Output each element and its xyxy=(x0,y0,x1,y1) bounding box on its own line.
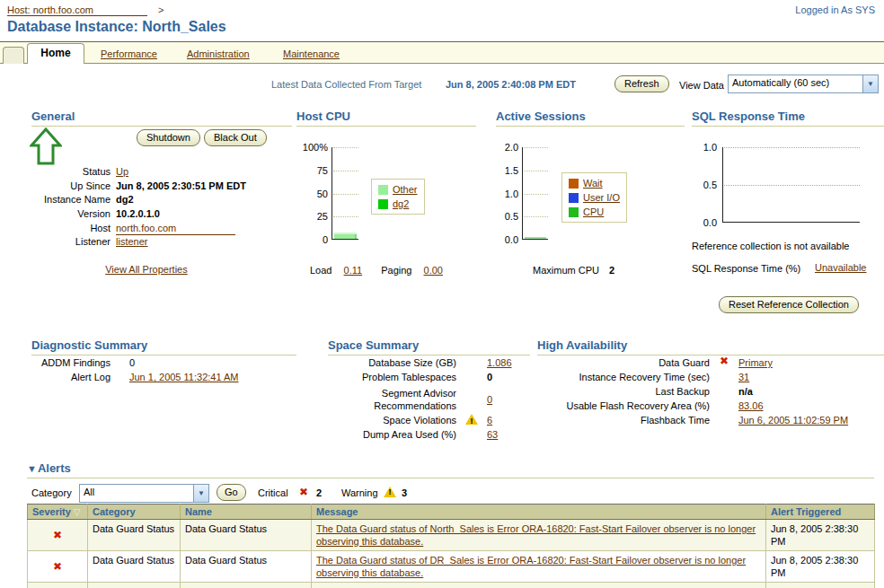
active-sessions-legend: Wait User I/O CPU xyxy=(561,172,627,223)
category-selected-value: All xyxy=(80,485,193,502)
category-label: Category xyxy=(31,487,72,498)
alerts-section: ▼Alerts Category All ▼ Go Critical ✖ 2 W… xyxy=(27,460,874,588)
view-data-selected-value: Automatically (60 sec) xyxy=(729,75,862,92)
cpu-swatch-icon xyxy=(569,207,579,217)
breadcrumb-separator-icon: > xyxy=(158,4,164,15)
flash-recovery-label: Usable Flash Recovery Area (%) xyxy=(537,399,710,412)
host-cpu-ytick: 100% xyxy=(296,142,328,153)
collapse-triangle-icon[interactable]: ▼ xyxy=(27,463,37,474)
warning-icon: ! xyxy=(384,487,396,497)
diagnostic-summary-title: Diagnostic Summary xyxy=(31,338,296,355)
gridline xyxy=(333,147,358,148)
flash-recovery-value-link[interactable]: 83.06 xyxy=(738,399,764,412)
critical-count: 2 xyxy=(316,487,322,498)
flashback-time-value-link[interactable]: Jun 6, 2005 11:02:59 PM xyxy=(738,414,848,426)
wait-swatch-icon xyxy=(569,179,579,189)
paging-value-link[interactable]: 0.00 xyxy=(424,265,443,276)
dump-area-value-link[interactable]: 63 xyxy=(487,428,498,441)
up-since-value: Jun 8, 2005 2:30:51 PM EDT xyxy=(116,180,246,192)
last-backup-row: Last Backup n/a xyxy=(537,385,884,399)
go-button[interactable]: Go xyxy=(217,484,246,501)
other-swatch-icon xyxy=(378,185,388,195)
host-row: Host north.foo.com xyxy=(31,222,292,236)
legend-entry: Other xyxy=(378,182,418,197)
gridline xyxy=(724,185,860,186)
host-cpu-legend: Other dg2 xyxy=(371,179,425,215)
category-select[interactable]: All ▼ xyxy=(79,484,209,503)
version-value: 10.2.0.1.0 xyxy=(116,207,160,220)
problem-tablespaces-label: Problem Tablespaces xyxy=(328,371,456,383)
column-header-alert-triggered[interactable]: Alert Triggered xyxy=(766,505,875,520)
page-title: Database Instance: North_Sales xyxy=(7,19,226,35)
version-label: Version xyxy=(31,207,110,220)
segment-advisor-label: Segment Advisor Recommendations xyxy=(328,387,456,412)
column-header-severity[interactable]: Severity▽ xyxy=(28,505,88,520)
critical-icon: ✖ xyxy=(299,487,308,497)
last-backup-label: Last Backup xyxy=(537,385,710,398)
legend-wait-link[interactable]: Wait xyxy=(583,178,603,189)
status-value-link[interactable]: Up xyxy=(116,165,128,178)
host-value-link[interactable]: north.foo.com xyxy=(116,222,235,235)
data-guard-value-link[interactable]: Primary xyxy=(738,356,773,369)
name-cell: Data Guard Status xyxy=(181,520,312,551)
legend-other-link[interactable]: Other xyxy=(393,184,418,195)
legend-user-io-link[interactable]: User I/O xyxy=(583,192,620,203)
message-cell: The Data Guard status of North_Sales is … xyxy=(312,520,766,551)
diagnostic-summary-section: Diagnostic Summary ADDM Findings 0 Alert… xyxy=(31,337,296,444)
tab-home[interactable]: Home xyxy=(27,43,84,64)
view-all-properties-link[interactable]: View All Properties xyxy=(105,264,188,275)
refresh-button[interactable]: Refresh xyxy=(614,75,669,92)
tab-bar: Home Performance Administration Maintena… xyxy=(0,41,884,64)
legend-entry: dg2 xyxy=(378,197,418,211)
alerts-table-header-row: Severity▽ Category Name Message Alert Tr… xyxy=(28,505,875,520)
host-cpu-bar xyxy=(334,233,357,239)
load-value-link[interactable]: 0.11 xyxy=(344,265,363,276)
breadcrumb-host-link[interactable]: Host: north.foo.com xyxy=(7,4,147,16)
shutdown-button[interactable]: Shutdown xyxy=(137,129,200,146)
sql-response-unavailable-link[interactable]: Unavailable xyxy=(815,262,866,273)
listener-value-link[interactable]: listener xyxy=(116,235,147,248)
gridline xyxy=(724,147,860,148)
tab-performance[interactable]: Performance xyxy=(101,48,157,59)
dg2-swatch-icon xyxy=(378,199,388,209)
latest-data-label: Latest Data Collected From Target xyxy=(271,79,421,90)
warning-label: Warning xyxy=(341,487,378,498)
host-label: Host xyxy=(31,222,110,234)
gridline xyxy=(333,194,358,195)
instance-recovery-value-link[interactable]: 31 xyxy=(738,371,749,383)
name-cell: Data Guard Status xyxy=(181,551,312,583)
flashback-time-row: Flashback Time Jun 6, 2005 11:02:59 PM xyxy=(537,414,884,428)
sql-response-ytick: 0.5 xyxy=(692,180,717,190)
host-cpu-ytick: 25 xyxy=(296,211,328,222)
alerts-header: ▼Alerts xyxy=(27,461,874,478)
space-violations-value-link[interactable]: 6 xyxy=(487,414,492,426)
reset-reference-collection-button[interactable]: Reset Reference Collection xyxy=(719,296,859,313)
tab-maintenance[interactable]: Maintenance xyxy=(283,48,340,59)
alerts-table: Severity▽ Category Name Message Alert Tr… xyxy=(27,504,875,588)
maximum-cpu-value: 2 xyxy=(609,265,614,276)
version-row: Version 10.2.0.1.0 xyxy=(31,207,292,222)
segment-advisor-value-link[interactable]: 0 xyxy=(487,393,492,406)
instance-recovery-label: Instance Recovery Time (sec) xyxy=(537,371,710,383)
view-data-select[interactable]: Automatically (60 sec) ▼ xyxy=(728,75,879,93)
alert-triggered-cell: Jun 8, 2005 2:38:30 PM xyxy=(766,551,875,583)
alert-message-link[interactable]: The Data Guard status of North_Sales is … xyxy=(316,523,756,547)
alert-log-value-link[interactable]: Jun 1, 2005 11:32:41 AM xyxy=(129,371,239,383)
database-size-label: Database Size (GB) xyxy=(328,356,456,369)
column-header-message[interactable]: Message xyxy=(312,505,766,520)
problem-tablespaces-row: Problem Tablespaces 0 xyxy=(328,371,530,385)
legend-dg2-link[interactable]: dg2 xyxy=(393,198,409,209)
tab-administration[interactable]: Administration xyxy=(187,48,250,59)
dump-area-label: Dump Area Used (%) xyxy=(328,428,456,441)
database-size-value-link[interactable]: 1.086 xyxy=(487,356,512,369)
blackout-button[interactable]: Black Out xyxy=(204,129,267,146)
column-header-category[interactable]: Category xyxy=(88,505,181,520)
alert-row: ✖ Data Guard Status Data Guard Status Th… xyxy=(28,520,875,551)
category-cell: Data Guard Status xyxy=(88,520,181,551)
legend-cpu-link[interactable]: CPU xyxy=(583,206,604,217)
space-violations-row: Space Violations ! 6 xyxy=(328,414,530,428)
critical-icon: ✖ xyxy=(53,529,62,541)
column-header-name[interactable]: Name xyxy=(181,505,312,520)
alert-log-label: Alert Log xyxy=(31,371,110,383)
alert-message-link[interactable]: The Data Guard status of DR_Sales is Err… xyxy=(316,555,746,578)
